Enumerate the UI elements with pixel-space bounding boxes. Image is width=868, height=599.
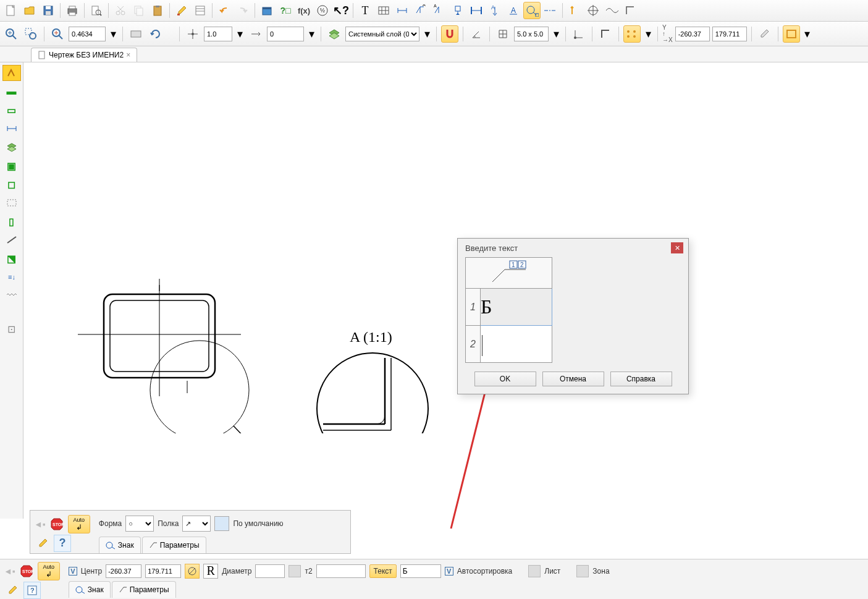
- cut-icon[interactable]: [112, 2, 129, 19]
- tool-dim1-icon[interactable]: [2, 121, 21, 137]
- tool-dashed-icon[interactable]: [2, 195, 21, 211]
- undo-icon[interactable]: [216, 2, 233, 19]
- target-icon[interactable]: [584, 2, 602, 19]
- default-icon[interactable]: [214, 516, 229, 531]
- snap-settings-icon[interactable]: [623, 25, 641, 43]
- library-icon[interactable]: [258, 2, 276, 19]
- grid-dropdown-icon[interactable]: ▾: [551, 25, 561, 43]
- tool-green3-icon[interactable]: ▣: [2, 158, 21, 174]
- brush-button-2[interactable]: [4, 582, 21, 599]
- brush-button-1[interactable]: [34, 535, 51, 552]
- fx-icon[interactable]: f(x): [295, 2, 313, 19]
- dimension-icon[interactable]: [394, 2, 411, 19]
- arrow-view-icon[interactable]: A: [486, 2, 504, 19]
- centerline-icon[interactable]: [542, 2, 559, 19]
- dialog-help-button[interactable]: Справка: [610, 372, 672, 386]
- auto-button-1[interactable]: Auto↲: [68, 515, 90, 533]
- table-tool-icon[interactable]: [375, 2, 392, 19]
- open-file-icon[interactable]: [21, 2, 38, 19]
- print-icon[interactable]: [64, 2, 81, 19]
- scale-input[interactable]: [204, 27, 232, 41]
- geom-dd-icon[interactable]: ▾: [803, 25, 812, 43]
- zoom-in-icon[interactable]: [2, 25, 20, 43]
- offset-dropdown-icon[interactable]: ▾: [306, 25, 316, 43]
- offset-input[interactable]: [267, 27, 304, 41]
- dialog-close-button[interactable]: ✕: [671, 242, 683, 253]
- context-help-icon[interactable]: ↖?: [332, 2, 350, 19]
- param-mode-icon[interactable]: [2, 65, 21, 81]
- zoom-dropdown-icon[interactable]: ▾: [108, 25, 118, 43]
- document-tab[interactable]: Чертеж БЕЗ ИМЕНИ2 ×: [31, 48, 137, 62]
- style-brush-icon[interactable]: [756, 25, 773, 43]
- snap-point-icon[interactable]: [184, 25, 201, 43]
- scale-dropdown-icon[interactable]: ▾: [235, 25, 245, 43]
- nav-prev-icon[interactable]: ◄▪: [34, 519, 46, 529]
- form-select[interactable]: ○: [125, 516, 154, 532]
- stop-button-1[interactable]: STOP: [48, 516, 65, 533]
- center-y-input[interactable]: [145, 564, 181, 578]
- move-icon[interactable]: [247, 25, 264, 43]
- angle-icon[interactable]: [468, 25, 485, 43]
- tool-text-icon[interactable]: ≡↓: [2, 269, 21, 285]
- diameter-icon[interactable]: [185, 564, 200, 579]
- measure-icon[interactable]: [127, 25, 145, 43]
- t2-input[interactable]: [316, 564, 366, 578]
- dialog-ok-button[interactable]: OK: [474, 372, 536, 386]
- paste-icon[interactable]: [149, 2, 166, 19]
- tab-params-1[interactable]: Параметры: [142, 537, 206, 553]
- save-file-icon[interactable]: [40, 2, 57, 19]
- layers-icon[interactable]: [326, 25, 343, 43]
- center-x-input[interactable]: [106, 564, 141, 578]
- tool-green6-icon[interactable]: ⬔: [2, 250, 21, 266]
- new-file-icon[interactable]: [2, 2, 20, 19]
- dialog-cancel-button[interactable]: Отмена: [542, 372, 604, 386]
- detail-view-icon[interactable]: [523, 2, 541, 19]
- t2-box[interactable]: [289, 565, 301, 577]
- coord-x-input[interactable]: [675, 27, 710, 41]
- redo-icon[interactable]: [234, 2, 251, 19]
- tab-params-2[interactable]: Параметры: [112, 581, 176, 598]
- grid-input[interactable]: [514, 27, 549, 41]
- marker-A-icon[interactable]: A: [505, 2, 522, 19]
- geom-mode-icon[interactable]: [783, 25, 800, 43]
- corner-icon[interactable]: [622, 2, 639, 19]
- roughness1-icon[interactable]: A: [412, 2, 429, 19]
- diameter-input[interactable]: [255, 564, 285, 578]
- tool-green4-icon[interactable]: ◻: [2, 176, 21, 192]
- help-button-1[interactable]: ?: [54, 535, 71, 552]
- shelf-select[interactable]: ↗: [182, 516, 211, 532]
- tolerance-icon[interactable]: [566, 2, 583, 19]
- tool-line-icon[interactable]: [2, 232, 21, 248]
- center-check-icon[interactable]: V: [69, 567, 77, 576]
- text-input[interactable]: [400, 564, 441, 578]
- tab-sign-2[interactable]: Знак: [69, 581, 111, 598]
- rebuild-icon[interactable]: [147, 25, 164, 43]
- zoom-value-input[interactable]: [69, 27, 106, 41]
- origin-icon[interactable]: [570, 25, 588, 43]
- zoom-dynamic-icon[interactable]: [49, 25, 66, 43]
- format-painter-icon[interactable]: [173, 2, 190, 19]
- dialog-row2-value[interactable]: [481, 326, 552, 363]
- auto-button-2[interactable]: Auto↲: [38, 562, 60, 580]
- layer-select[interactable]: Системный слой (0): [345, 27, 419, 41]
- tool-layers-icon[interactable]: [2, 139, 21, 155]
- copy-icon[interactable]: [130, 2, 148, 19]
- roughness2-icon[interactable]: A: [431, 2, 448, 19]
- tool-wave-icon[interactable]: 〰: [2, 287, 21, 304]
- ortho-icon[interactable]: [597, 25, 614, 43]
- properties-icon[interactable]: [192, 2, 209, 19]
- stop-button-2[interactable]: STOP: [18, 563, 35, 580]
- snap-dd-icon[interactable]: ▾: [643, 25, 653, 43]
- sheet-box[interactable]: [528, 565, 541, 577]
- snap-toggle-icon[interactable]: [441, 25, 458, 43]
- tool-green2-icon[interactable]: ▭: [2, 102, 21, 118]
- autosort-check-icon[interactable]: V: [445, 567, 453, 576]
- grid-icon[interactable]: [494, 25, 512, 43]
- dialog-row1-value[interactable]: Б: [481, 289, 552, 326]
- cut-line-icon[interactable]: [468, 2, 485, 19]
- zone-box[interactable]: [576, 565, 589, 577]
- numbering-icon[interactable]: ½: [314, 2, 331, 19]
- coord-y-input[interactable]: [712, 27, 747, 41]
- variables-icon[interactable]: ?□: [277, 2, 294, 19]
- print-preview-icon[interactable]: [88, 2, 105, 19]
